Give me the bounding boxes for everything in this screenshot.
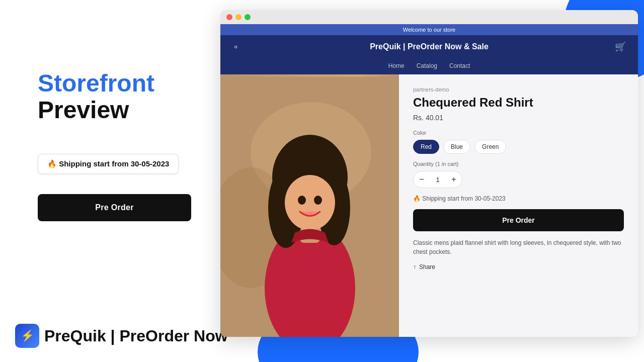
pre-order-button-main[interactable]: Pre Order xyxy=(413,209,624,231)
product-image xyxy=(220,74,399,337)
store-nav-title: PreQuik | PreOrder Now & Sale xyxy=(370,42,489,51)
share-button[interactable]: ↑ Share xyxy=(413,263,435,270)
brand-name: PreQuik | PreOrder Now xyxy=(44,327,228,345)
store-header: Welcome to our store ⚬ PreQuik | PreOrde… xyxy=(220,24,638,74)
store-nav: ⚬ PreQuik | PreOrder Now & Sale 🛒 xyxy=(220,35,638,58)
quantity-label: Quantity (1 in cart) xyxy=(413,161,624,167)
store-topbar: Welcome to our store xyxy=(220,24,638,35)
product-vendor: partners-demo xyxy=(413,86,624,93)
dot-green[interactable] xyxy=(245,14,251,20)
quantity-increase-button[interactable]: + xyxy=(446,171,462,188)
shipping-badge: 🔥 Shipping start from 30-05-2023 xyxy=(38,154,179,174)
color-btn-green[interactable]: Green xyxy=(474,140,506,154)
svg-point-11 xyxy=(314,196,322,205)
quantity-decrease-button[interactable]: − xyxy=(414,171,430,188)
product-name: Chequered Red Shirt xyxy=(413,96,624,110)
dot-red[interactable] xyxy=(226,14,232,20)
storefront-label: Storefront xyxy=(38,70,191,97)
shipping-notice: 🔥 Shipping start from 30-05-2023 xyxy=(413,195,624,202)
svg-point-9 xyxy=(285,175,335,230)
color-options: Red Blue Green xyxy=(413,140,624,154)
cart-icon[interactable]: 🛒 xyxy=(615,41,626,52)
product-description: Classic mens plaid flannel shirt with lo… xyxy=(413,238,624,256)
nav-link-catalog[interactable]: Catalog xyxy=(417,62,437,69)
bottom-brand: ⚡ PreQuik | PreOrder Now xyxy=(15,324,228,348)
product-area: partners-demo Chequered Red Shirt Rs. 40… xyxy=(220,74,638,337)
product-price: Rs. 40.01 xyxy=(413,114,624,122)
product-info: partners-demo Chequered Red Shirt Rs. 40… xyxy=(399,74,638,337)
dot-yellow[interactable] xyxy=(235,14,242,20)
color-label: Color xyxy=(413,130,624,136)
share-icon: ↑ xyxy=(413,263,416,270)
color-btn-blue[interactable]: Blue xyxy=(443,140,470,154)
svg-point-10 xyxy=(298,196,306,205)
quantity-control: − 1 + xyxy=(413,171,462,188)
pre-order-button-left[interactable]: Pre Order xyxy=(38,194,191,221)
product-image-container xyxy=(220,74,399,337)
search-icon[interactable]: ⚬ xyxy=(232,42,239,52)
nav-link-home[interactable]: Home xyxy=(388,62,405,69)
preview-label: Preview xyxy=(38,97,191,124)
left-panel: Storefront Preview 🔥 Shipping start from… xyxy=(0,0,221,362)
quantity-value: 1 xyxy=(430,176,446,184)
browser-chrome xyxy=(220,10,638,24)
nav-link-contact[interactable]: Contact xyxy=(449,62,470,69)
store-nav-links: Home Catalog Contact xyxy=(220,58,638,74)
browser-window: Welcome to our store ⚬ PreQuik | PreOrde… xyxy=(220,10,638,337)
color-btn-red[interactable]: Red xyxy=(413,140,439,154)
brand-icon: ⚡ xyxy=(15,324,39,348)
